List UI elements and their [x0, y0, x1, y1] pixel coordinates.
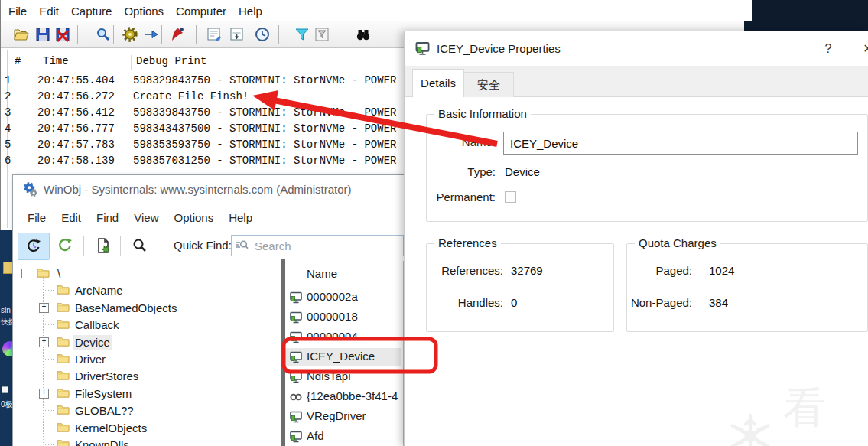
- autoscroll-icon[interactable]: [227, 24, 247, 44]
- list-item-label: {12ea0bbe-3f41-4: [307, 389, 398, 402]
- passthrough-arrow-icon[interactable]: [141, 24, 161, 44]
- close-button[interactable]: ✕: [859, 31, 868, 66]
- tab-details[interactable]: Details: [412, 69, 464, 97]
- list-item-12ea0bbe3f414[interactable]: {12ea0bbe-3f41-4: [285, 388, 401, 406]
- debugview-menu-computer[interactable]: Computer: [176, 5, 226, 18]
- object-gear-icon[interactable]: [88, 233, 119, 259]
- log-num: 5: [5, 138, 11, 151]
- find-window-icon[interactable]: [93, 24, 113, 44]
- log-time: 20:47:56.412: [37, 106, 115, 119]
- capture-gear-icon[interactable]: [120, 24, 140, 44]
- tab-security[interactable]: 安全: [463, 72, 514, 97]
- list-item-label: 0000002a: [307, 290, 358, 303]
- gears-app-icon: [22, 181, 39, 201]
- winobj-menu-edit[interactable]: Edit: [61, 211, 81, 224]
- search-input[interactable]: [253, 236, 401, 255]
- tree-item-label: \: [55, 266, 63, 281]
- comment-icon[interactable]: [204, 24, 224, 44]
- open-log-icon[interactable]: [11, 24, 31, 44]
- name-field[interactable]: [503, 132, 858, 155]
- log-num: 4: [5, 122, 11, 135]
- column-divider[interactable]: [34, 55, 34, 70]
- find-binoculars-icon[interactable]: [353, 24, 373, 44]
- tree-stub: [44, 376, 54, 376]
- list-item-vregdriver[interactable]: VRegDriver: [285, 408, 401, 426]
- refresh-clock-icon[interactable]: [18, 233, 50, 260]
- winobj-menu-view[interactable]: View: [134, 211, 158, 224]
- list-item-0000002a[interactable]: 0000002a: [285, 288, 401, 307]
- list-item-iceydevice[interactable]: ICEY_Device: [285, 348, 401, 366]
- kernel-capture-icon[interactable]: [167, 24, 187, 44]
- column-header-time[interactable]: Time: [43, 55, 69, 67]
- list-item-ndistapi[interactable]: NdisTapi: [285, 368, 401, 386]
- toolbar-separator: [161, 25, 162, 44]
- save-icon[interactable]: [33, 24, 53, 44]
- help-button[interactable]: ?: [819, 31, 837, 66]
- list-header-name[interactable]: Name: [307, 267, 337, 280]
- handles-label: Handles:: [427, 296, 503, 309]
- tree-item-label: GLOBAL??: [73, 403, 136, 418]
- log-text: 598339843750 - STORMINI: StorNVMe - POWE…: [133, 106, 396, 119]
- device-icon: [288, 310, 304, 325]
- tree-item-label: KnownDlls: [73, 438, 132, 446]
- tree-item-label: DriverStores: [73, 369, 141, 383]
- debugview-menu-capture[interactable]: Capture: [71, 5, 112, 18]
- tree-item-label: Driver: [73, 352, 108, 366]
- winobj-menu-help[interactable]: Help: [229, 211, 252, 224]
- list-item-afd[interactable]: Afd: [285, 428, 401, 446]
- expand-plus-icon[interactable]: +: [39, 389, 49, 399]
- search-icon[interactable]: [125, 233, 155, 259]
- list-item-label: 00000004: [307, 330, 358, 343]
- list-item-00000018[interactable]: 00000018: [285, 308, 401, 327]
- column-divider[interactable]: [131, 55, 132, 70]
- column-header-debugprint[interactable]: Debug Print: [136, 55, 206, 67]
- permanent-checkbox[interactable]: [505, 191, 516, 203]
- group-title: References: [434, 236, 501, 249]
- nonpaged-label: Non-Paged:: [627, 296, 692, 309]
- winobj-menu-file[interactable]: File: [28, 211, 46, 224]
- quick-find-label: Quick Find:: [174, 230, 232, 261]
- name-label: Name:: [427, 135, 496, 148]
- save-close-icon[interactable]: [53, 24, 73, 44]
- toolbar-separator: [113, 25, 114, 44]
- clock-icon[interactable]: [252, 24, 272, 44]
- winobj-menu-find[interactable]: Find: [96, 211, 119, 224]
- column-header-num[interactable]: #: [15, 55, 21, 67]
- object-tree: −\ArcName+BaseNamedObjectsCallback+Devic…: [13, 261, 281, 446]
- desktop-background: [743, 0, 868, 32]
- watermark-text: 看雪: [783, 379, 868, 446]
- highlight-filter-icon[interactable]: [312, 24, 332, 44]
- desktop-label: 0极: [1, 399, 12, 410]
- log-text: 598343437500 - STORMINI: StorNVMe - POWE…: [133, 122, 396, 135]
- winobj-titlebar[interactable]: WinObj - Sysinternals: www.sysinternals.…: [13, 175, 404, 204]
- expand-plus-icon[interactable]: +: [39, 337, 49, 347]
- folder-icon: [57, 422, 70, 435]
- filter-funnel-icon[interactable]: [292, 24, 312, 44]
- search-small-icon: [235, 238, 250, 256]
- debugview-menu-options[interactable]: Options: [124, 5, 164, 18]
- debugview-menu-help[interactable]: Help: [239, 5, 262, 18]
- group-title: Quota Charges: [635, 236, 720, 249]
- log-time: 20:47:58.139: [37, 155, 115, 167]
- object-list: Name 0000002a0000001800000004ICEY_Device…: [285, 261, 404, 446]
- toolbar-separator: [77, 25, 78, 44]
- type-value: Device: [505, 165, 540, 178]
- references-label: References:: [427, 264, 503, 277]
- handles-value: 0: [511, 296, 517, 309]
- tree-stub: [44, 290, 54, 291]
- list-item-00000004[interactable]: 00000004: [285, 328, 401, 347]
- expand-plus-icon[interactable]: +: [39, 303, 49, 313]
- basic-information-group: Basic Information Name: Type: Device Per…: [426, 114, 868, 222]
- log-num: 1: [5, 74, 11, 86]
- log-time: 20:47:55.404: [37, 74, 115, 86]
- collapse-minus-icon[interactable]: −: [21, 269, 31, 278]
- tree-item-label: Callback: [73, 317, 122, 332]
- permanent-label: Permanent:: [427, 190, 496, 203]
- type-label: Type:: [427, 165, 496, 178]
- refresh-icon[interactable]: [50, 233, 80, 259]
- dialog-titlebar[interactable]: ICEY_Device Properties ? ✕: [405, 31, 868, 66]
- winobj-menu-options[interactable]: Options: [174, 211, 213, 224]
- debugview-menu-file[interactable]: File: [8, 5, 27, 18]
- folder-icon: [57, 301, 70, 315]
- debugview-menu-edit[interactable]: Edit: [39, 5, 59, 18]
